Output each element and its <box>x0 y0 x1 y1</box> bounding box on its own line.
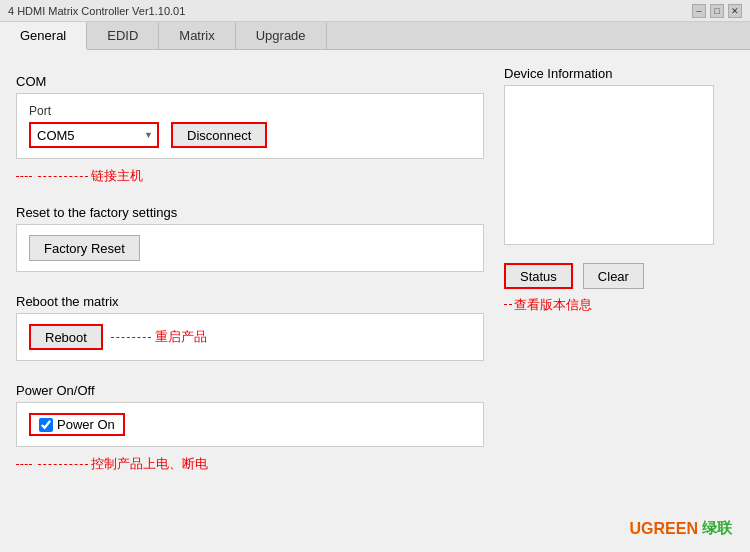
device-info-label: Device Information <box>504 66 734 81</box>
brand-ugreen-text: UGREEN <box>630 520 698 538</box>
power-on-text: Power On <box>57 417 115 432</box>
brand-chinese-text: 绿联 <box>702 519 732 538</box>
com-section-label: COM <box>16 74 484 89</box>
main-content: COM Port COM5 COM3 COM4 Disconnect <box>0 50 750 552</box>
status-clear-section: Status Clear 查看版本信息 <box>504 255 734 314</box>
reset-section-label: Reset to the factory settings <box>16 205 484 220</box>
factory-reset-button[interactable]: Factory Reset <box>29 235 140 261</box>
title-bar: 4 HDMI Matrix Controller Ver1.10.01 – □ … <box>0 0 750 22</box>
device-info-box <box>504 85 714 245</box>
power-section-label: Power On/Off <box>16 383 484 398</box>
left-panel: COM Port COM5 COM3 COM4 Disconnect <box>16 66 484 536</box>
right-panel: Device Information Status Clear 查看版本信息 <box>504 66 734 536</box>
window-controls: – □ ✕ <box>692 4 742 18</box>
tab-upgrade[interactable]: Upgrade <box>236 22 327 49</box>
power-on-checkbox[interactable] <box>39 418 53 432</box>
power-annotation-row: 控制产品上电、断电 <box>16 455 484 473</box>
tab-general[interactable]: General <box>0 22 87 50</box>
power-annotation-text: 控制产品上电、断电 <box>91 455 208 473</box>
com-port-select[interactable]: COM5 COM3 COM4 <box>29 122 159 148</box>
maximize-button[interactable]: □ <box>710 4 724 18</box>
brand-area: UGREEN 绿联 <box>630 519 732 538</box>
clear-button[interactable]: Clear <box>583 263 644 289</box>
device-info-section: Device Information <box>504 66 734 245</box>
power-on-label[interactable]: Power On <box>29 413 125 436</box>
app-title: 4 HDMI Matrix Controller Ver1.10.01 <box>8 5 185 17</box>
reboot-annotation-text: 重启产品 <box>155 328 207 346</box>
port-row: COM5 COM3 COM4 Disconnect <box>29 122 471 148</box>
reboot-section-label: Reboot the matrix <box>16 294 484 309</box>
com-annotation-row: 链接主机 <box>16 167 484 185</box>
reboot-button[interactable]: Reboot <box>29 324 103 350</box>
com-select-wrapper: COM5 COM3 COM4 <box>29 122 159 148</box>
reboot-section-block: Reboot 重启产品 <box>16 313 484 361</box>
disconnect-button[interactable]: Disconnect <box>171 122 267 148</box>
com-section-block: Port COM5 COM3 COM4 Disconnect <box>16 93 484 159</box>
power-section-block: Power On <box>16 402 484 447</box>
tab-edid[interactable]: EDID <box>87 22 159 49</box>
status-annotation-text: 查看版本信息 <box>514 296 592 314</box>
port-label: Port <box>29 104 471 118</box>
minimize-button[interactable]: – <box>692 4 706 18</box>
com-annotation-text: 链接主机 <box>91 167 143 185</box>
tab-bar: General EDID Matrix Upgrade <box>0 22 750 50</box>
status-button[interactable]: Status <box>504 263 573 289</box>
reset-section-block: Factory Reset <box>16 224 484 272</box>
close-button[interactable]: ✕ <box>728 4 742 18</box>
tab-matrix[interactable]: Matrix <box>159 22 235 49</box>
